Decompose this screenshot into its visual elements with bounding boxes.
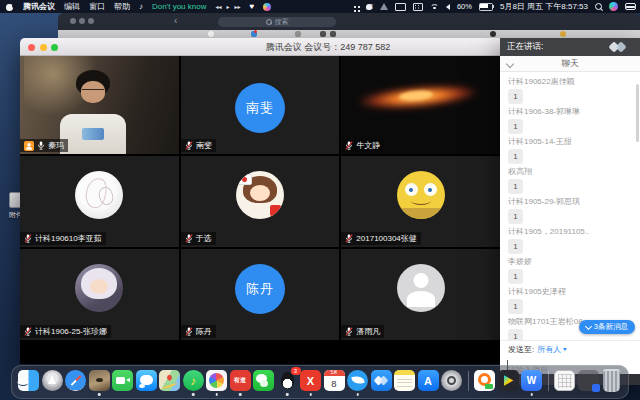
participant-name: 计科190610李亚茹	[35, 233, 102, 244]
toolbar-icon[interactable]	[320, 31, 326, 37]
video-tile[interactable]: 牛文静	[341, 56, 500, 154]
finder-icon[interactable]	[18, 370, 39, 391]
mountain-status-icon[interactable]	[380, 3, 388, 10]
red-x-app-icon[interactable]: X	[300, 370, 321, 391]
dock: ♪ 有道 3 X 5月 8 A W	[11, 365, 629, 399]
maps-icon[interactable]	[159, 370, 180, 391]
participant-label: 南斐	[181, 139, 216, 152]
now-playing-title[interactable]: Don't you know	[152, 2, 206, 11]
chat-message: 计科1905，20191105.. 1	[508, 226, 640, 256]
chat-message-list[interactable]: 计科190622惠佳颖 1 计科1906-38-郭琳琳 1 计科1905-14-…	[500, 72, 640, 340]
app-store-icon[interactable]: A	[418, 370, 439, 391]
heart-icon[interactable]: ♥	[250, 2, 255, 11]
video-tile[interactable]: 秦玛	[20, 56, 179, 154]
photo-preview-icon[interactable]	[89, 370, 110, 391]
apple-menu-icon[interactable]	[6, 2, 14, 11]
chat-tab[interactable]: 聊天	[500, 58, 640, 70]
bell-icon[interactable]	[366, 4, 372, 10]
chat-message-bubble: 1	[508, 149, 523, 164]
keyboard-status-icon[interactable]	[413, 3, 423, 11]
notes-icon[interactable]	[394, 370, 415, 391]
toolbar-icon[interactable]	[560, 31, 566, 37]
chat-message-text: 1	[513, 92, 517, 101]
new-messages-button[interactable]: 3条新消息	[579, 320, 635, 334]
meeting-titlebar[interactable]: 腾讯会议 会议号：249 787 582	[20, 38, 500, 56]
minimize-button[interactable]	[40, 44, 47, 51]
participant-name: 2017100304张健	[356, 233, 417, 244]
bg-close-button[interactable]	[70, 18, 76, 24]
menu-edit[interactable]: 编辑	[64, 1, 80, 12]
toolbar-icon[interactable]	[490, 31, 496, 37]
qq-icon[interactable]: 3	[277, 370, 298, 391]
battery-icon[interactable]	[479, 3, 493, 11]
youdao-label: 有道	[230, 370, 251, 391]
video-tile[interactable]: 计科1906-25-张珍娜	[20, 249, 179, 340]
qq-music-icon[interactable]: ♪	[183, 370, 204, 391]
wps-office-icon[interactable]: W	[521, 370, 542, 391]
trash-icon[interactable]	[603, 369, 620, 392]
media-controls[interactable]: ◂◂ ▸ ▸▸	[215, 3, 240, 10]
video-tile[interactable]: 于选	[181, 156, 340, 247]
menu-datetime[interactable]: 5月8日 周五 下午8:57:53	[500, 1, 588, 12]
spreadsheet-window-icon[interactable]	[554, 370, 575, 391]
bg-zoom-button[interactable]	[88, 18, 94, 24]
launchpad-icon[interactable]	[42, 370, 63, 391]
toolbar-icon[interactable]	[208, 31, 214, 37]
video-tile[interactable]: 计科190610李亚茹	[20, 156, 179, 247]
participant-placeholder-avatar	[397, 264, 445, 312]
grid-status-icon[interactable]	[354, 6, 356, 8]
control-center-icon[interactable]	[625, 3, 634, 10]
chat-scrollbar[interactable]	[636, 84, 639, 142]
tencent-meeting-icon[interactable]	[371, 370, 392, 391]
mic-on-icon	[37, 141, 45, 150]
calendar-icon[interactable]: 5月 8	[324, 370, 345, 391]
dingtalk-icon[interactable]	[347, 370, 368, 391]
siri-icon[interactable]	[609, 2, 618, 11]
send-to-selector[interactable]: 所有人	[537, 344, 567, 355]
video-tile[interactable]: 潘雨凡	[341, 249, 500, 340]
messages-icon[interactable]	[136, 370, 157, 391]
toolbar-icon[interactable]	[295, 31, 301, 37]
photos-icon[interactable]	[206, 370, 227, 391]
orange-o-app-icon[interactable]	[474, 370, 495, 391]
wifi-icon[interactable]	[430, 4, 439, 10]
display-status-icon[interactable]	[395, 3, 406, 11]
participant-label: 计科1906-25-张珍娜	[20, 325, 111, 338]
chat-message-text: 1	[513, 272, 517, 281]
chat-message: 计科1906-38-郭琳琳 1	[508, 106, 640, 136]
chat-message-bubble: 1	[508, 329, 523, 340]
zoom-button[interactable]	[51, 44, 58, 51]
send-to-row: 发送至: 所有人	[500, 340, 640, 357]
toolbar-icon[interactable]	[330, 31, 336, 37]
bg-minimize-button[interactable]	[79, 18, 85, 24]
back-chevron-icon[interactable]: ‹	[174, 15, 177, 26]
menu-help[interactable]: 帮助	[114, 1, 130, 12]
participant-label: 秦玛	[20, 139, 68, 152]
spotlight-search-icon[interactable]	[595, 3, 602, 10]
system-preferences-icon[interactable]	[441, 370, 462, 391]
volume-icon[interactable]	[446, 4, 450, 10]
video-player-icon[interactable]	[498, 370, 519, 391]
mic-muted-icon	[24, 327, 32, 336]
video-tile[interactable]: 南斐 南斐	[181, 56, 340, 154]
participant-label: 2017100304张健	[341, 232, 421, 245]
previous-track-icon[interactable]: ◂◂	[215, 3, 221, 10]
chat-message-sender: 计科1906-38-郭琳琳	[508, 106, 640, 117]
menu-app-name[interactable]: 腾讯会议	[23, 1, 55, 12]
safari-icon[interactable]	[65, 370, 86, 391]
youdao-dict-icon[interactable]: 有道	[230, 370, 251, 391]
video-tile[interactable]: 2017100304张健	[341, 156, 500, 247]
wechat-icon[interactable]	[253, 370, 274, 391]
participant-label: 牛文静	[341, 139, 384, 152]
music-app-icon[interactable]	[263, 3, 271, 11]
background-search-field[interactable]: 搜索	[218, 17, 336, 27]
video-tile[interactable]: 陈丹 陈丹	[181, 249, 340, 340]
next-track-icon[interactable]: ▸▸	[235, 3, 241, 10]
menu-window[interactable]: 窗口	[89, 1, 105, 12]
minimized-window-icon[interactable]	[578, 370, 599, 391]
menu-bar: 腾讯会议 编辑 窗口 帮助 ♪ Don't you know ◂◂ ▸ ▸▸ ♥…	[0, 0, 640, 13]
avatar-initials: 南斐	[246, 99, 274, 117]
play-icon[interactable]: ▸	[226, 3, 229, 10]
facetime-icon[interactable]	[112, 370, 133, 391]
close-button[interactable]	[28, 44, 35, 51]
